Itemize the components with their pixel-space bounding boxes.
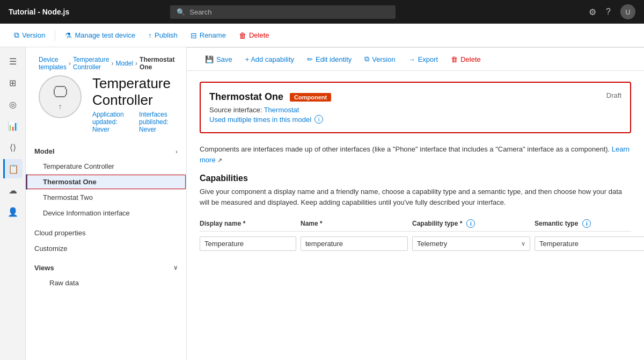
publish-label: Publish bbox=[155, 31, 178, 39]
component-box: Draft Thermostat One Component Source in… bbox=[200, 82, 631, 133]
search-bar[interactable]: 🔍 Search bbox=[170, 5, 396, 19]
col-semantic-label: Semantic type bbox=[535, 220, 578, 227]
capabilities-title: Capabilities bbox=[200, 174, 631, 183]
topbar-icons: ⚙ ? U bbox=[589, 4, 635, 19]
views-chevron-icon: ∨ bbox=[173, 264, 178, 271]
edit-identity-label: Edit identity bbox=[316, 55, 352, 63]
add-capability-label: + Add capability bbox=[245, 55, 294, 63]
add-capability-button[interactable]: + Add capability bbox=[240, 53, 299, 66]
search-placeholder: Search bbox=[189, 8, 211, 16]
used-info-icon[interactable]: i bbox=[314, 115, 323, 124]
sidebar-analytics[interactable]: 📊 bbox=[3, 116, 23, 135]
nav-thermostat-one[interactable]: Thermostat One bbox=[26, 174, 186, 190]
views-label: Views bbox=[34, 264, 54, 272]
device-meta: Application updated: Never Interfaces pu… bbox=[92, 111, 173, 133]
manage-test-device-button[interactable]: ⚗ Manage test device bbox=[60, 28, 141, 42]
nav-temperature-controller[interactable]: Temperature Controller bbox=[26, 159, 186, 174]
breadcrumb-sep-3: › bbox=[135, 60, 137, 67]
sidebar-dashboard[interactable]: ⊞ bbox=[3, 73, 23, 92]
export-button[interactable]: → Export bbox=[403, 53, 444, 66]
nav-cloud-properties[interactable]: Cloud properties bbox=[26, 225, 186, 241]
sidebar-templates[interactable]: 📋 bbox=[3, 159, 23, 178]
nav-customize[interactable]: Customize bbox=[26, 241, 186, 256]
version-content-label: Version bbox=[372, 55, 395, 63]
source-label: Source interface: bbox=[209, 106, 262, 114]
rename-button[interactable]: ⊟ Rename bbox=[185, 28, 231, 42]
delete-label: Delete bbox=[249, 31, 269, 39]
export-label: Export bbox=[418, 55, 438, 63]
edit-icon: ✏ bbox=[307, 55, 313, 63]
nav-thermostat-two[interactable]: Thermostat Two bbox=[26, 190, 186, 205]
capabilities-desc: Give your component a display name and a… bbox=[200, 186, 631, 207]
breadcrumb-model[interactable]: Model bbox=[115, 60, 133, 67]
display-name-input[interactable] bbox=[200, 236, 296, 251]
nav-raw-data[interactable]: Raw data bbox=[26, 275, 186, 291]
interfaces-published: Interfaces published: Never bbox=[139, 111, 173, 133]
sidebar-jobs[interactable]: ☁ bbox=[3, 181, 23, 200]
save-button[interactable]: 💾 Save bbox=[200, 53, 238, 66]
delete-icon: 🗑 bbox=[239, 31, 246, 40]
save-label: Save bbox=[216, 55, 232, 63]
upload-icon: ↑ bbox=[58, 102, 62, 111]
rename-icon: ⊟ bbox=[191, 31, 197, 40]
version-content-button[interactable]: ⧉ Version bbox=[359, 52, 400, 66]
component-source: Source interface: Thermostat bbox=[209, 106, 621, 114]
device-title-text: Temperature Controller Application updat… bbox=[92, 75, 173, 133]
manage-icon: ⚗ bbox=[65, 31, 72, 40]
edit-identity-button[interactable]: ✏ Edit identity bbox=[302, 53, 357, 66]
draft-label: Draft bbox=[606, 91, 621, 99]
component-description: Components are interfaces made up of oth… bbox=[200, 144, 631, 165]
breadcrumb-sep-1: › bbox=[69, 60, 71, 67]
capability-type-value: Telemetry bbox=[417, 240, 447, 248]
delete-button[interactable]: 🗑 Delete bbox=[233, 28, 275, 42]
capability-type-info-icon[interactable]: i bbox=[466, 219, 475, 228]
main-area: Draft Thermostat One Component Source in… bbox=[187, 71, 644, 262]
export-icon: → bbox=[408, 55, 415, 63]
component-title: Thermostat One bbox=[209, 91, 283, 103]
delete-content-icon: 🗑 bbox=[451, 55, 458, 63]
device-icon: 🖵 ↑ bbox=[39, 75, 82, 118]
breadcrumb-temperature-controller[interactable]: Temperature Controller bbox=[73, 56, 109, 71]
app-layout: ☰ ⊞ ◎ 📊 ⟨⟩ 📋 ☁ 👤 ⚙ Device templates › Te… bbox=[0, 47, 644, 360]
delete-content-button[interactable]: 🗑 Delete bbox=[445, 53, 486, 66]
col-display-name: Display name * bbox=[200, 219, 296, 228]
app-updated: Application updated: Never bbox=[92, 111, 126, 133]
model-section-header[interactable]: Model ‹ bbox=[26, 142, 186, 159]
source-value[interactable]: Thermostat bbox=[264, 106, 299, 114]
semantic-type-select[interactable]: Temperature ∨ bbox=[535, 236, 644, 251]
device-title: Temperature Controller bbox=[92, 75, 173, 109]
sidebar-users[interactable]: 👤 bbox=[3, 202, 23, 221]
component-header: Thermostat One Component bbox=[209, 91, 621, 103]
device-title-row: 🖵 ↑ Temperature Controller Application u… bbox=[39, 75, 173, 133]
user-avatar[interactable]: U bbox=[620, 4, 635, 19]
sidebar-hamburger[interactable]: ☰ bbox=[3, 52, 23, 71]
capability-type-select[interactable]: Telemetry ∨ bbox=[412, 236, 530, 251]
search-icon: 🔍 bbox=[177, 8, 185, 16]
app-title: Tutorial - Node.js bbox=[9, 8, 69, 16]
nav-panel: Device templates › Temperature Controlle… bbox=[26, 47, 187, 360]
external-link-icon: ↗ bbox=[217, 157, 222, 163]
nav-device-info[interactable]: Device Information interface bbox=[26, 205, 186, 221]
col-semantic-type: Semantic type i bbox=[535, 219, 644, 228]
col-display-name-label: Display name * bbox=[200, 220, 245, 227]
model-chevron-icon: ‹ bbox=[175, 148, 178, 155]
settings-icon[interactable]: ⚙ bbox=[589, 7, 596, 17]
help-icon[interactable]: ? bbox=[606, 7, 611, 17]
breadcrumb-sep-2: › bbox=[111, 60, 113, 67]
semantic-type-info-icon[interactable]: i bbox=[582, 219, 591, 228]
model-label: Model bbox=[34, 147, 55, 155]
save-icon: 💾 bbox=[205, 55, 214, 63]
sidebar-devices[interactable]: ◎ bbox=[3, 95, 23, 114]
name-input[interactable] bbox=[301, 236, 408, 251]
sidebar-data[interactable]: ⟨⟩ bbox=[3, 138, 23, 157]
capability-type-chevron: ∨ bbox=[521, 240, 525, 247]
breadcrumb-device-templates[interactable]: Device templates bbox=[39, 56, 67, 71]
publish-button[interactable]: ↑ Publish bbox=[143, 28, 183, 42]
views-section-header[interactable]: Views ∨ bbox=[26, 258, 186, 275]
version-button[interactable]: ⧉ Version bbox=[9, 28, 50, 42]
semantic-type-value: Temperature bbox=[539, 240, 579, 248]
col-name: Name * bbox=[301, 219, 408, 228]
capabilities-section: Capabilities Give your component a displ… bbox=[200, 174, 631, 251]
version-label: Version bbox=[22, 31, 45, 39]
toolbar-divider-1 bbox=[55, 30, 55, 41]
